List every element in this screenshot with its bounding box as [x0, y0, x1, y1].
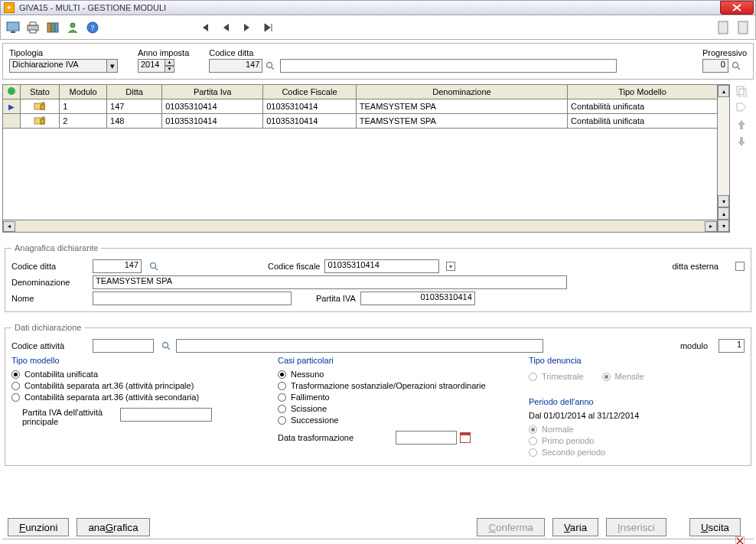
arrow-down-icon[interactable] [735, 135, 748, 148]
col-den[interactable]: Denominazione [356, 85, 567, 99]
cell-piva: 01035310414 [162, 114, 263, 129]
anag-nome-input[interactable] [93, 292, 292, 305]
uscita-button[interactable]: Uscita [689, 518, 741, 536]
search-icon[interactable] [148, 261, 159, 272]
calendar-icon[interactable] [460, 432, 471, 443]
window-close-button[interactable] [720, 1, 754, 15]
window-title: GIVA15 - MULTI - GESTIONE MODULI [19, 3, 166, 12]
tipologia-select[interactable]: Dichiarazione IVA ▾ [9, 59, 118, 73]
radio-casi-fallimento[interactable]: Fallimento [278, 393, 507, 402]
progressivo-input[interactable]: 0 [702, 59, 728, 73]
radio-contab-unificata[interactable]: Contabilita unificata [11, 370, 256, 379]
col-piva[interactable]: Partita Iva [162, 85, 263, 99]
varia-button[interactable]: Varia [552, 518, 598, 536]
grid-table[interactable]: Stato Modulo Ditta Partita Iva Codice Fi… [2, 84, 718, 129]
scroll-up-icon[interactable]: ▴ [718, 85, 729, 97]
svg-point-13 [267, 63, 272, 68]
h-scrollbar[interactable]: ◂ ▸ [2, 220, 718, 233]
spin-up-icon[interactable]: ▲ [165, 59, 174, 66]
doc1-icon[interactable] [715, 20, 731, 35]
anno-spinner[interactable]: 2014 ▲▼ [138, 59, 189, 73]
data-trasf-input[interactable] [396, 431, 457, 445]
close-icon[interactable] [734, 536, 746, 544]
svg-point-25 [163, 343, 168, 348]
anag-nome-label: Nome [11, 294, 88, 303]
col-tipo[interactable]: Tipo Modello [568, 85, 718, 99]
modulo-num-input[interactable]: 1 [719, 339, 745, 353]
scroll-down-icon[interactable]: ▾ [718, 220, 729, 232]
anagrafica-button[interactable]: anaGrafica [77, 518, 149, 536]
cell-den: TEAMSYSTEM SPA [356, 114, 567, 129]
row-pointer-icon: ▶ [8, 103, 15, 111]
svg-rect-5 [47, 23, 51, 32]
v-scrollbar[interactable]: ▴ ▾ ▴ ▾ [718, 84, 730, 233]
col-cf[interactable]: Codice Fiscale [263, 85, 357, 99]
table-row[interactable]: 2 148 01035310414 01035310414 TEAMSYSTEM… [3, 114, 718, 129]
copy-icon[interactable] [735, 84, 748, 98]
anag-codice-ditta-label: Codice ditta [11, 262, 88, 271]
col-modulo[interactable]: Modulo [60, 85, 107, 99]
anag-cf-input[interactable]: 01035310414 [324, 259, 439, 273]
popup-icon[interactable]: ▾ [446, 262, 455, 271]
radio-sep-principale[interactable]: Contabilità separata art.36 (attività pr… [11, 381, 256, 390]
col-ditta[interactable]: Ditta [107, 85, 162, 99]
monitor-icon[interactable] [5, 20, 21, 35]
radio-casi-trasf[interactable]: Trasformazione sostanziale/Operazioni st… [278, 381, 507, 390]
casi-title: Casi particolari [278, 356, 507, 365]
status-dot-icon [8, 87, 15, 95]
cell-cf: 01035310414 [263, 99, 357, 114]
scroll-down-icon[interactable]: ▾ [718, 195, 729, 207]
scroll-left-icon[interactable]: ◂ [3, 221, 15, 232]
codice-attivita-desc [176, 339, 543, 353]
codice-attivita-input[interactable] [93, 339, 154, 353]
radio-casi-nessuno[interactable]: Nessuno [278, 370, 507, 379]
ditta-esterna-checkbox[interactable] [735, 262, 745, 271]
col-stato[interactable]: Stato [20, 85, 60, 99]
spin-down-icon[interactable]: ▼ [165, 66, 174, 73]
scroll-up-icon[interactable]: ▴ [718, 207, 729, 220]
anno-value: 2014 [138, 59, 165, 73]
svg-text:?: ? [91, 23, 95, 32]
radio-casi-scissione[interactable]: Scissione [278, 404, 507, 413]
codice-ditta-input[interactable]: 147 [209, 59, 262, 73]
radio-casi-successione[interactable]: Successione [278, 415, 507, 425]
svg-rect-7 [55, 23, 58, 32]
search-icon[interactable] [265, 60, 275, 71]
search-icon[interactable] [731, 60, 741, 71]
tipo-denuncia-title: Tipo denuncia [529, 356, 697, 365]
inserisci-button: Inserisci [606, 518, 666, 536]
scroll-right-icon[interactable]: ▸ [705, 221, 717, 232]
modulo-num-label: modulo [680, 341, 708, 350]
nav-prev-icon[interactable] [218, 20, 233, 35]
nav-next-icon[interactable] [240, 20, 255, 35]
codice-attivita-label: Codice attività [11, 341, 88, 350]
radio-mensile: Mensile [602, 372, 644, 381]
anag-codice-ditta-input[interactable]: 147 [93, 259, 142, 273]
tipologia-value: Dichiarazione IVA [9, 59, 107, 73]
doc2-icon[interactable] [735, 20, 751, 35]
grid-select-header[interactable] [3, 85, 21, 99]
user-icon[interactable] [65, 20, 80, 35]
tag-icon[interactable] [735, 101, 748, 115]
piva-attivita-input[interactable] [120, 408, 212, 422]
progressivo-label: Progressivo [702, 48, 747, 57]
table-row[interactable]: ▶ 1 147 01035310414 01035310414 TEAMSYST… [3, 99, 718, 114]
dati-fieldset: Dati dichiarazione Codice attività modul… [5, 323, 751, 466]
arrow-up-icon[interactable] [735, 118, 748, 132]
anag-piva-input[interactable]: 01035310414 [360, 292, 475, 305]
anag-den-input[interactable]: TEAMSYSTEM SPA [93, 275, 567, 289]
funzioni-button[interactable]: Funzioni [8, 518, 69, 536]
books-icon[interactable] [45, 20, 60, 35]
svg-rect-6 [51, 23, 54, 32]
piva-attivita-label: Partita IVA dell'attività principale [22, 408, 114, 426]
print-icon[interactable] [25, 20, 41, 35]
search-icon[interactable] [161, 340, 171, 351]
anagrafica-legend: Anagrafica dichiarante [11, 243, 101, 252]
help-icon[interactable]: ? [85, 20, 100, 35]
radio-sep-secondaria[interactable]: Contabilità separata art.36 (attività se… [11, 393, 256, 402]
toolbar: ? [0, 15, 756, 40]
chevron-down-icon[interactable]: ▾ [107, 59, 118, 73]
nav-first-icon[interactable] [197, 20, 212, 35]
nav-last-icon[interactable] [261, 20, 276, 35]
svg-point-15 [732, 63, 738, 68]
